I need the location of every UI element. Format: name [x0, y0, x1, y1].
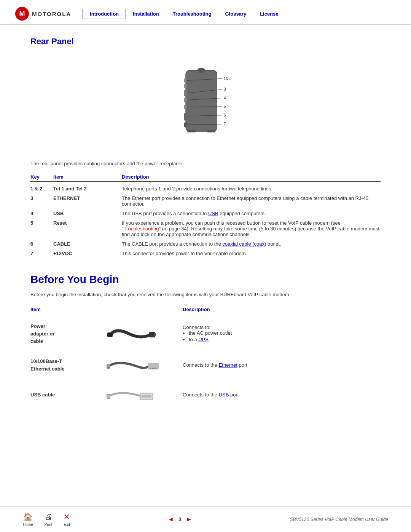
- tab-introduction[interactable]: Introduction: [83, 9, 126, 19]
- row-key: 5: [30, 220, 53, 226]
- items-table: Item Description Poweradapter orcable: [30, 307, 381, 410]
- col-desc-header: Description: [122, 174, 381, 180]
- tab-glossary[interactable]: Glossary: [218, 9, 253, 19]
- item-image-usb: [107, 385, 183, 404]
- next-page-button[interactable]: ►: [186, 516, 192, 523]
- motorola-logo: M MOTOROLA: [15, 7, 71, 21]
- items-table-header: Item Description: [30, 307, 381, 314]
- svg-text:3: 3: [224, 87, 226, 91]
- footer-product-info: SBV5120 Series VoIP Cable Modem User Gui…: [290, 517, 388, 522]
- items-col-item-header: Item: [30, 307, 107, 312]
- motorola-logo-icon: M: [15, 7, 29, 21]
- home-button[interactable]: 🏠 Home: [23, 512, 33, 527]
- items-col-desc-header: Description: [183, 307, 381, 312]
- row-key: 3: [30, 195, 53, 201]
- svg-text:5: 5: [224, 104, 226, 109]
- print-button[interactable]: 🖨 Print: [45, 513, 53, 527]
- nav-tabs: Introduction Installation Troubleshootin…: [83, 9, 285, 19]
- row-item: CABLE: [53, 241, 122, 247]
- exit-icon: ✕: [64, 512, 70, 521]
- svg-rect-30: [152, 368, 154, 369]
- svg-text:6: 6: [224, 113, 226, 117]
- row-key: 1 & 2: [30, 186, 53, 192]
- device-diagram-area: 1&2 3 4 5 6 7: [30, 54, 381, 149]
- before-you-begin-intro: Before you begin the installation, check…: [30, 292, 381, 297]
- usb-port-link[interactable]: USB: [219, 392, 229, 398]
- motorola-logo-text: MOTOROLA: [32, 11, 71, 17]
- exit-button[interactable]: ✕ Exit: [64, 512, 70, 527]
- ups-link[interactable]: UPS: [198, 337, 209, 342]
- svg-rect-29: [150, 368, 151, 369]
- svg-rect-6: [184, 105, 187, 109]
- coax-link[interactable]: coaxial cable (coax): [223, 241, 266, 247]
- ethernet-link[interactable]: Ethernet: [219, 362, 237, 368]
- row-desc: The CABLE port provides a connection to …: [122, 241, 381, 247]
- list-item: USB cable Connects to the USB port: [30, 380, 381, 410]
- table-header: Key Item Description: [30, 174, 381, 182]
- footer-nav-icons: 🏠 Home 🖨 Print ✕ Exit: [23, 512, 70, 527]
- col-key-header: Key: [30, 174, 53, 180]
- svg-text:1&2: 1&2: [224, 77, 231, 81]
- svg-rect-31: [155, 368, 156, 369]
- footer: 🏠 Home 🖨 Print ✕ Exit ◄ 3 ► SBV5120 Seri…: [0, 506, 411, 532]
- svg-rect-0: [186, 70, 217, 131]
- exit-label: Exit: [64, 522, 70, 527]
- row-item: Reset: [53, 220, 122, 226]
- row-item: ETHERNET: [53, 195, 122, 201]
- usb-link[interactable]: USB: [208, 211, 218, 216]
- row-item: Tel 1 and Tel 2: [53, 186, 122, 192]
- svg-text:4: 4: [224, 96, 226, 100]
- row-item: +12VDC: [53, 251, 122, 256]
- item-name-power: Poweradapter orcable: [30, 323, 107, 345]
- home-label: Home: [23, 522, 33, 527]
- row-desc: This connector provides power to the VoI…: [122, 251, 381, 256]
- row-desc: Telephone ports 1 and 2 provide connecti…: [122, 186, 381, 192]
- rear-panel-table: Key Item Description 1 & 2 Tel 1 and Tel…: [30, 174, 381, 258]
- print-label: Print: [45, 522, 53, 527]
- header: M MOTOROLA Introduction Installation Tro…: [0, 0, 411, 25]
- item-desc-ethernet: Connects to the Ethernet port: [183, 362, 381, 368]
- svg-rect-3: [184, 84, 187, 88]
- svg-rect-36: [107, 395, 110, 398]
- item-desc-power: Connects to: the AC power outlet to a UP…: [183, 324, 381, 343]
- table-row: 7 +12VDC This connector provides power t…: [30, 249, 381, 258]
- rear-panel-description: The rear panel provides cabling connecto…: [30, 161, 381, 166]
- product-info-text: SBV5120 Series VoIP Cable Modem User Gui…: [290, 517, 388, 522]
- row-key: 4: [30, 211, 53, 216]
- table-row: 5 Reset If you experience a problem, you…: [30, 218, 381, 239]
- row-desc: If you experience a problem, you can pus…: [122, 220, 381, 237]
- svg-rect-5: [184, 98, 187, 102]
- home-icon: 🏠: [23, 512, 33, 521]
- svg-rect-10: [207, 130, 215, 133]
- table-row: 6 CABLE The CABLE port provides a connec…: [30, 239, 381, 249]
- item-name-usb: USB cable: [30, 391, 107, 399]
- before-you-begin-title: Before You Begin: [30, 273, 381, 286]
- items-col-img-header: [107, 307, 183, 312]
- tab-license[interactable]: License: [253, 9, 285, 19]
- page-number: 3: [178, 516, 182, 522]
- list-item: Poweradapter orcable Connects to: the AC: [30, 317, 381, 350]
- troubleshooting-link[interactable]: Troubleshooting: [124, 226, 159, 232]
- item-desc-usb: Connects to the USB port: [183, 392, 381, 398]
- row-key: 7: [30, 251, 53, 256]
- svg-rect-23: [107, 332, 113, 337]
- table-row: 1 & 2 Tel 1 and Tel 2 Telephone ports 1 …: [30, 184, 381, 193]
- svg-text:7: 7: [224, 122, 226, 126]
- row-desc: The Ethernet port provides a connection …: [122, 195, 381, 207]
- item-image-power: [107, 323, 183, 344]
- rear-panel-title: Rear Panel: [30, 37, 381, 46]
- list-item: 10/100Base-TEthernet cable: [30, 350, 381, 380]
- svg-rect-27: [107, 367, 110, 369]
- col-item-header: Item: [53, 174, 122, 180]
- tab-installation[interactable]: Installation: [126, 9, 166, 19]
- tab-troubleshooting[interactable]: Troubleshooting: [166, 9, 218, 19]
- item-image-ethernet: [107, 356, 183, 375]
- item-name-ethernet: 10/100Base-TEthernet cable: [30, 358, 107, 372]
- svg-rect-2: [184, 78, 187, 82]
- footer-pagination: ◄ 3 ►: [168, 516, 192, 523]
- svg-rect-9: [187, 130, 196, 133]
- prev-page-button[interactable]: ◄: [168, 516, 174, 523]
- main-content: Rear Panel 1&2 3: [0, 25, 411, 455]
- row-key: 6: [30, 241, 53, 247]
- svg-rect-34: [142, 395, 151, 398]
